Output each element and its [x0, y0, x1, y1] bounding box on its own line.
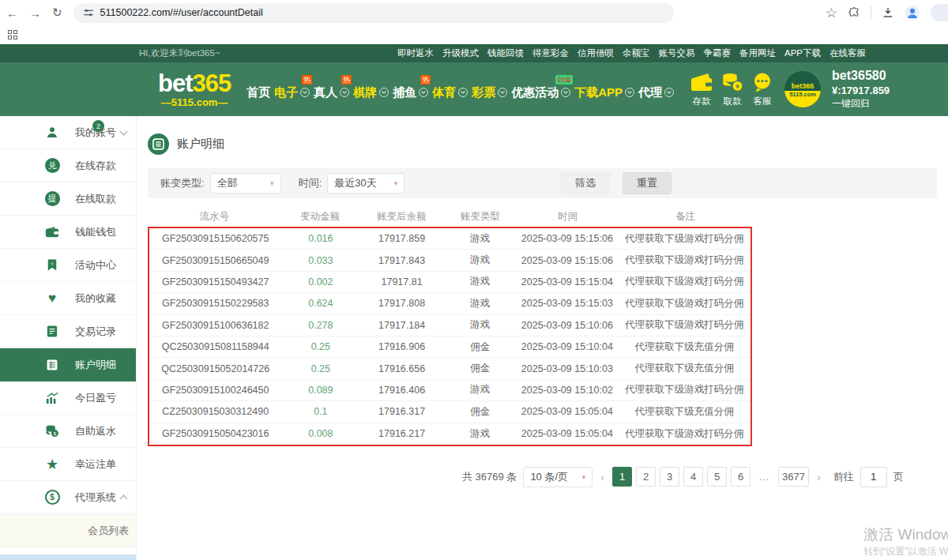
nav-item-home[interactable]: 首页	[246, 79, 270, 100]
table-row: QC250309150520147260.2517916.656佣金2025-0…	[149, 358, 750, 379]
round-logo[interactable]: bet365 5115.com	[784, 71, 821, 107]
browser-menu-icon[interactable]	[931, 4, 948, 21]
per-page-select[interactable]: 10 条/页 ▾	[523, 467, 592, 487]
sidebar-item-online-withdraw[interactable]: 提在线取款	[0, 182, 136, 216]
cell-amount: 0.033	[281, 255, 359, 266]
cell-type: 游戏	[444, 318, 516, 332]
sidebar-item-activity-center[interactable]: ☆活动中心	[0, 249, 136, 282]
nav-item-label: 体育	[432, 85, 456, 100]
apps-grid-icon[interactable]	[8, 30, 17, 39]
page-button-6[interactable]: 6	[731, 467, 750, 487]
sidebar-item-label: 自助返水	[75, 424, 116, 438]
sidebar-item-lucky-bets[interactable]: ★幸运注单	[0, 448, 136, 481]
site-logo[interactable]: bet365 —5115.com—	[158, 71, 231, 108]
table-row: GF250309151506205750.01617917.859游戏2025-…	[149, 228, 750, 250]
download-icon[interactable]	[882, 6, 894, 19]
nav-item-chess[interactable]: 棋牌	[353, 79, 389, 100]
cell-balance: 17916.406	[359, 385, 444, 396]
page-button-3[interactable]: 3	[660, 467, 679, 487]
page-buttons: 123456...3677	[612, 467, 809, 487]
cell-amount: 0.1	[281, 406, 359, 417]
topbar-link-10[interactable]: 在线客服	[830, 47, 866, 59]
wallet-icon	[43, 226, 61, 238]
page-button-3677[interactable]: 3677	[778, 467, 809, 487]
nav-item-agent[interactable]: 代理	[638, 79, 674, 100]
type-filter-select[interactable]: 全部 ▾	[210, 173, 281, 194]
round-logo-top: bet365	[784, 71, 821, 91]
page-button-5[interactable]: 5	[707, 467, 727, 487]
reset-button[interactable]: 重置	[623, 172, 672, 194]
site-info-icon[interactable]	[83, 7, 94, 18]
page-button-2[interactable]: 2	[636, 467, 656, 487]
nav-item-fishing[interactable]: 捕鱼热	[393, 79, 428, 100]
cell-amount: 0.25	[281, 341, 359, 352]
column-header-time: 时间	[517, 210, 619, 224]
goto-page-input[interactable]	[860, 467, 887, 487]
sidebar-item-my-account[interactable]: 我的账号2	[0, 116, 136, 149]
nav-item-live[interactable]: 真人热	[314, 79, 349, 100]
header-action-service[interactable]: 客服	[751, 72, 773, 107]
reload-icon[interactable]: ↻	[52, 6, 62, 20]
sidebar-item-member-list[interactable]: 会员列表	[0, 514, 136, 547]
svg-text:¥: ¥	[735, 83, 739, 90]
topbar-link-1[interactable]: 升级模式	[442, 47, 479, 59]
nav-item-promo[interactable]: 优惠活动劲爆	[511, 79, 570, 100]
nav-item-lottery[interactable]: 彩票	[472, 79, 507, 100]
header-action-withdraw[interactable]: ¥取款	[720, 72, 744, 107]
cell-serial: GF25030915100246450	[149, 385, 281, 396]
chevron-down-icon	[625, 88, 634, 97]
sidebar-item-favorites[interactable]: ♥我的收藏	[0, 282, 136, 315]
filter-button[interactable]: 筛选	[561, 172, 610, 194]
page-button-1[interactable]: 1	[612, 467, 632, 487]
bookmark-star-icon[interactable]: ☆	[826, 5, 837, 21]
sidebar-item-today-profit[interactable]: 今日盈亏	[0, 381, 136, 415]
sidebar: 我的账号2兑在线存款提在线取款钱能钱包☆活动中心♥我的收藏交易记录账户明细今日盈…	[0, 116, 137, 560]
time-filter-select[interactable]: 最近30天 ▾	[327, 173, 404, 194]
cell-balance: 17917.808	[359, 298, 444, 309]
topbar-link-5[interactable]: 余额宝	[623, 47, 650, 59]
topbar-link-9[interactable]: APP下载	[784, 47, 821, 59]
sidebar-item-label: 在线取款	[75, 192, 116, 206]
one-key-return-button[interactable]: 一键回归	[832, 98, 890, 111]
detail-icon	[43, 359, 61, 371]
topbar-link-6[interactable]: 账号交易	[658, 47, 694, 59]
topbar-link-2[interactable]: 钱能回馈	[487, 47, 524, 59]
sidebar-item-qianneng-wallet[interactable]: 钱能钱包	[0, 216, 136, 249]
sidebar-item-transaction-records[interactable]: 交易记录	[0, 315, 136, 348]
prev-page-icon[interactable]: ‹	[599, 471, 606, 483]
sidebar-item-agent-system[interactable]: $代理系统	[0, 481, 136, 514]
topbar-link-0[interactable]: 即时返水	[397, 47, 434, 59]
cell-balance: 17916.317	[359, 406, 444, 417]
topbar-link-3[interactable]: 得意彩金	[532, 47, 569, 59]
nav-item-sports[interactable]: 体育	[432, 79, 468, 100]
forward-icon[interactable]: →	[29, 6, 41, 20]
profile-icon[interactable]	[905, 5, 920, 21]
goto-label: 前往	[833, 470, 854, 484]
table-row: GF250309151504934270.00217917.81游戏2025-0…	[149, 272, 750, 293]
back-icon[interactable]: ←	[6, 6, 18, 20]
topbar-link-7[interactable]: 争霸赛	[703, 47, 731, 59]
nav-item-slots[interactable]: 电子热	[274, 79, 310, 100]
extensions-icon[interactable]	[848, 6, 860, 19]
sidebar-item-label: 我的收藏	[75, 291, 116, 306]
address-bar[interactable]: 511500222.com/#/user/accountDetail	[73, 3, 674, 23]
topbar-link-8[interactable]: 备用网址	[739, 47, 776, 59]
cell-remark: 代理获取下级游戏打码分佣	[619, 427, 750, 441]
nav-item-app[interactable]: 下载APP	[574, 79, 634, 100]
next-page-icon[interactable]: ›	[815, 471, 822, 483]
topbar-link-4[interactable]: 信用借呗	[577, 47, 614, 59]
sidebar-item-label: 今日盈亏	[75, 391, 116, 405]
cell-time: 2025-03-09 15:10:04	[516, 341, 618, 352]
nav-item-label: 真人	[314, 85, 337, 100]
agent-icon: $	[43, 490, 61, 505]
chevron-down-icon[interactable]	[121, 131, 126, 134]
page-button-4[interactable]: 4	[683, 467, 703, 487]
sidebar-item-online-deposit[interactable]: 兑在线存款	[0, 149, 136, 182]
notification-badge: 2	[92, 120, 104, 132]
cell-time: 2025-03-09 15:05:04	[516, 428, 618, 439]
sidebar-item-self-rebate[interactable]: $自助返水	[0, 415, 136, 448]
cell-remark: 代理获取下级游戏打码分佣	[619, 275, 750, 288]
chevron-up-icon[interactable]	[121, 494, 126, 502]
header-action-deposit[interactable]: 存款	[690, 72, 713, 107]
sidebar-item-account-detail[interactable]: 账户明细	[0, 348, 136, 381]
